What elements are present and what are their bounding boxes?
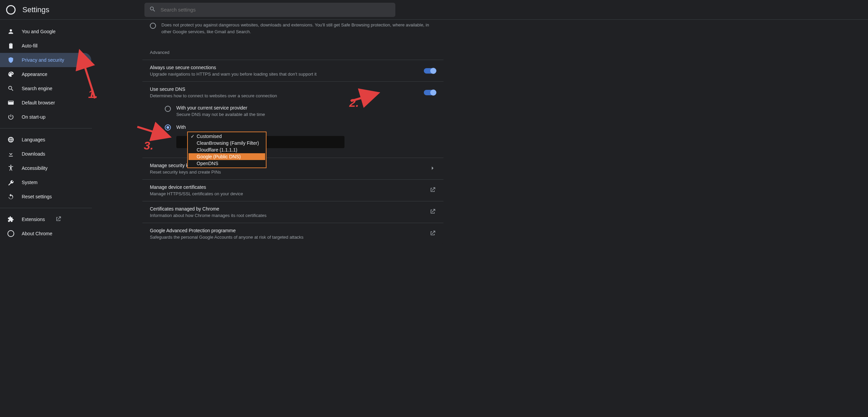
dns-current-title: With your current service provider [176,105,265,111]
always-https-title: Always use secure connections [150,65,317,70]
sidebar-item-reset[interactable]: Reset settings [0,190,91,204]
header: Settings [0,0,868,20]
open-in-new-icon [429,230,436,238]
search-input[interactable] [160,6,391,13]
chrome-certs-row[interactable]: Certificates managed by Chrome Informati… [142,201,443,223]
search-icon [149,6,156,14]
sidebar-item-label: Languages [22,137,45,142]
sidebar-item-system[interactable]: System [0,175,91,190]
no-protection-desc: Does not protect you against dangerous w… [161,22,436,35]
sidebar-item-autofill[interactable]: Auto-fill [0,39,91,53]
sidebar-item-appearance[interactable]: Appearance [0,67,91,81]
sidebar-item-startup[interactable]: On start-up [0,110,91,124]
open-in-new-icon [429,186,436,195]
palette-icon [7,71,14,78]
keys-desc: Reset security keys and create PINs [150,170,221,175]
dns-provider-dropdown[interactable]: Customised CleanBrowsing (Family Filter)… [187,132,267,168]
sidebar-item-extensions[interactable]: Extensions [0,212,91,226]
radio-current-provider[interactable] [165,106,171,112]
search-input-wrap[interactable] [144,3,395,17]
sidebar-item-downloads[interactable]: Downloads [0,147,91,161]
chrome-certs-title: Certificates managed by Chrome [150,206,267,212]
gap-desc: Safeguards the personal Google Accounts … [150,235,303,240]
secure-dns-toggle[interactable] [424,90,436,95]
sidebar-item-label: You and Google [22,29,56,34]
extension-icon [7,216,14,223]
advanced-section-title: Advanced [142,41,443,60]
open-in-new-icon [55,216,62,223]
dropdown-option[interactable]: Cloudflare (1.1.1.1) [189,146,265,153]
power-icon [7,114,14,120]
divider [0,128,92,128]
sidebar-item-label: Reset settings [22,194,52,199]
secure-dns-title: Use secure DNS [150,86,277,92]
sidebar-item-label: Privacy and security [22,57,64,63]
device-certs-desc: Manage HTTPS/SSL certificates on your de… [150,191,243,196]
sidebar-item-label: Downloads [22,151,45,157]
dropdown-option[interactable]: CleanBrowsing (Family Filter) [189,140,265,146]
sidebar-item-label: Auto-fill [22,43,38,48]
clipboard-icon [7,42,14,49]
sidebar-item-about[interactable]: About Chrome [0,226,91,241]
divider [0,208,92,208]
secure-dns-desc: Determines how to connect to websites ov… [150,93,277,98]
sidebar: You and Google Auto-fill Privacy and sec… [0,20,92,417]
sidebar-item-languages[interactable]: Languages [0,133,91,147]
sidebar-item-label: Default browser [22,100,55,105]
sidebar-item-you-and-google[interactable]: You and Google [0,24,91,39]
sidebar-item-label: Extensions [22,217,45,222]
open-in-new-icon [429,208,436,216]
chrome-logo-icon [7,230,14,237]
dns-current-desc: Secure DNS may not be available all the … [176,112,265,117]
browser-icon [7,99,14,106]
sidebar-item-default-browser[interactable]: Default browser [0,96,91,110]
chrome-certs-desc: Information about how Chrome manages its… [150,213,267,218]
download-icon [7,151,14,157]
dropdown-option[interactable]: Google (Public DNS) [189,153,265,160]
search-icon [7,85,14,92]
dns-with-label: With [176,124,186,130]
device-certs-title: Manage device certificates [150,184,243,190]
sidebar-item-label: Appearance [22,72,47,77]
sidebar-item-search-engine[interactable]: Search engine [0,81,91,96]
dropdown-option[interactable]: OpenDNS [189,160,265,167]
sidebar-item-label: About Chrome [22,231,52,236]
main-content: Does not protect you against dangerous w… [142,20,443,417]
always-https-toggle[interactable] [424,68,436,74]
page-title: Settings [22,5,50,14]
dns-provider-current-row[interactable]: With your current service provider Secur… [165,102,436,120]
wrench-icon [7,179,14,186]
sidebar-item-label: Search engine [22,86,52,91]
sidebar-item-label: Accessibility [22,165,47,171]
always-https-row: Always use secure connections Upgrade na… [142,60,443,81]
always-https-desc: Upgrade navigations to HTTPS and warn yo… [150,72,317,77]
radio-with-provider[interactable] [165,124,171,131]
gap-title: Google Advanced Protection programme [150,228,303,233]
chevron-right-icon [429,165,436,173]
restore-icon [7,193,14,200]
dropdown-option[interactable]: Customised [189,133,265,140]
accessibility-icon [7,165,14,172]
no-protection-row-partial: Does not protect you against dangerous w… [142,20,443,41]
sidebar-item-label: On start-up [22,114,45,120]
radio-no-protection[interactable] [150,23,156,29]
globe-icon [7,136,14,143]
sidebar-item-label: System [22,180,38,185]
sidebar-item-accessibility[interactable]: Accessibility [0,161,91,175]
sidebar-item-privacy[interactable]: Privacy and security [0,53,91,67]
shield-icon [7,57,14,63]
person-icon [7,28,14,35]
chrome-logo-icon [6,5,16,15]
device-certs-row[interactable]: Manage device certificates Manage HTTPS/… [142,179,443,201]
gap-row[interactable]: Google Advanced Protection programme Saf… [142,223,443,244]
